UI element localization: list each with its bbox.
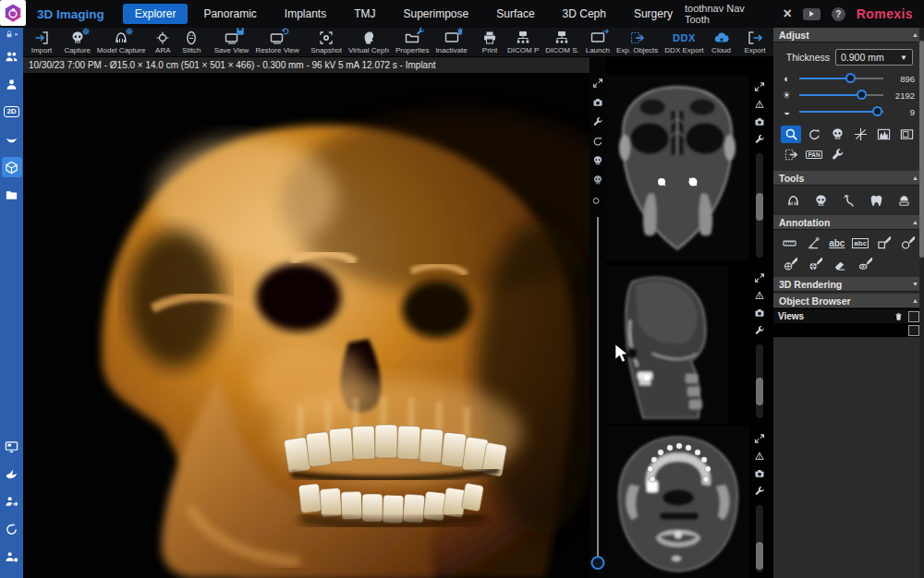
pyramid-icon[interactable]: [754, 99, 765, 110]
coronal-scrollbar[interactable]: [756, 153, 763, 258]
histogram-button[interactable]: [873, 126, 894, 143]
save-view-button[interactable]: Save View: [214, 30, 249, 54]
toggle-axes-button[interactable]: [850, 126, 870, 143]
settings-tool-button[interactable]: [827, 146, 847, 163]
close-session-icon[interactable]: ×: [784, 6, 792, 21]
wrench-icon[interactable]: [754, 134, 765, 145]
expand-view-icon[interactable]: [754, 272, 765, 283]
properties-button[interactable]: Properties: [395, 30, 429, 54]
measure-angle-tool[interactable]: [805, 235, 823, 251]
capture-button[interactable]: Capture: [64, 30, 90, 54]
pan-tool-button[interactable]: PAN: [804, 146, 824, 163]
snapshot-button[interactable]: Snapshot: [310, 30, 342, 54]
scrollbar-thumb[interactable]: [919, 41, 924, 258]
help-icon[interactable]: ?: [832, 7, 845, 21]
sidebar-item-user-transfer[interactable]: [2, 491, 22, 512]
export-button[interactable]: Export: [744, 30, 766, 54]
draw-sphere-tool[interactable]: [806, 256, 825, 272]
stitch-button[interactable]: Stitch: [180, 30, 202, 54]
tab-3d-ceph[interactable]: 3D Ceph: [551, 4, 618, 24]
tab-panoramic[interactable]: Panoramic: [191, 4, 268, 24]
scrollbar-thumb[interactable]: [756, 542, 763, 570]
sharpening-slider[interactable]: [799, 106, 883, 117]
rendering-section-header[interactable]: 3D Rendering ▼: [773, 277, 924, 292]
orbit-view-icon[interactable]: [592, 194, 603, 205]
sidebar-item-file-browser[interactable]: [2, 185, 22, 205]
nerve-tracing-tool[interactable]: [838, 191, 858, 210]
wrench-icon[interactable]: [754, 486, 765, 497]
contrast-slider[interactable]: [799, 73, 883, 84]
panel-scrollbar[interactable]: [919, 28, 924, 578]
rotate-view-icon[interactable]: [592, 136, 603, 147]
object-browser-header[interactable]: Object Browser ▲: [773, 294, 924, 308]
rotate-volume-button[interactable]: [804, 126, 824, 143]
tab-surface[interactable]: Surface: [484, 4, 546, 24]
tab-surgery[interactable]: Surgery: [622, 4, 685, 24]
text-annotation-tool[interactable]: abc: [828, 235, 846, 251]
tab-superimpose[interactable]: Superimpose: [391, 4, 480, 24]
adjust-section-header[interactable]: Adjust ▲: [773, 28, 924, 42]
sidebar-pin-control[interactable]: ▸: [5, 30, 18, 39]
dicom-print-button[interactable]: DICOM P: [507, 30, 539, 54]
eraser-tool[interactable]: [831, 256, 850, 272]
slider-handle[interactable]: [591, 556, 605, 570]
slider-handle[interactable]: [857, 90, 867, 100]
expand-view-icon[interactable]: [754, 81, 765, 92]
slider-handle[interactable]: [845, 73, 856, 83]
tab-tmj[interactable]: TMJ: [342, 4, 387, 24]
draw-ellipse-tool[interactable]: [856, 256, 875, 272]
zoom-tool-button[interactable]: [781, 126, 801, 143]
sagittal-scrollbar[interactable]: [756, 344, 763, 418]
print-button[interactable]: Print: [479, 30, 501, 54]
wrench-icon[interactable]: [592, 116, 603, 127]
implant-planning-tool[interactable]: [894, 191, 915, 210]
import-button[interactable]: Import: [30, 30, 53, 54]
sidebar-item-2d-module[interactable]: 2D: [2, 102, 22, 122]
ara-button[interactable]: ARA: [152, 30, 174, 54]
pyramid-icon[interactable]: [754, 290, 765, 301]
draw-circle-tool[interactable]: [899, 235, 918, 251]
skull-tool[interactable]: [810, 191, 831, 210]
label-annotation-tool[interactable]: abc: [852, 235, 870, 251]
annotation-section-header[interactable]: Annotation ▲: [773, 215, 924, 230]
coronal-slice-view[interactable]: [606, 76, 749, 260]
orient-volume-button[interactable]: [827, 126, 847, 143]
launch-button[interactable]: Launch: [586, 30, 610, 54]
pyramid-icon[interactable]: [754, 451, 765, 462]
thickness-select[interactable]: 0.900 mm ▼: [835, 49, 913, 66]
sidebar-item-3d-module[interactable]: [2, 157, 22, 177]
cloud-button[interactable]: Cloud: [711, 30, 733, 54]
sidebar-item-planmeca[interactable]: [2, 464, 22, 484]
expand-view-icon[interactable]: [754, 433, 765, 444]
sidebar-item-patient[interactable]: [2, 74, 22, 94]
romexis-logo[interactable]: [0, 0, 26, 26]
camera-icon[interactable]: [754, 116, 765, 127]
restore-view-button[interactable]: Restore View: [255, 30, 298, 54]
views-row[interactable]: Views: [773, 308, 924, 323]
dicom-storage-button[interactable]: DICOM S.: [545, 30, 578, 54]
draw-crosshair-tool[interactable]: [781, 256, 800, 272]
video-tutorial-icon[interactable]: [803, 8, 821, 20]
camera-icon[interactable]: [754, 468, 765, 479]
camera-icon[interactable]: [592, 97, 603, 108]
crop-frame-button[interactable]: [896, 126, 917, 143]
object-list-empty-row[interactable]: [773, 323, 924, 337]
volume-3d-view[interactable]: [23, 73, 590, 578]
tools-section-header[interactable]: Tools ▲: [773, 171, 924, 186]
sidebar-item-sync[interactable]: [2, 519, 22, 539]
export-region-button[interactable]: [781, 146, 801, 163]
tab-implants[interactable]: Implants: [273, 4, 338, 24]
measure-length-tool[interactable]: [781, 235, 799, 251]
scrollbar-thumb[interactable]: [756, 378, 763, 405]
slider-handle[interactable]: [872, 106, 882, 116]
skull-front-view-icon[interactable]: [592, 155, 603, 166]
camera-icon[interactable]: [754, 307, 765, 319]
trash-icon[interactable]: [894, 311, 904, 322]
sidebar-item-smile-design[interactable]: [2, 129, 22, 150]
axial-scrollbar[interactable]: [756, 505, 763, 572]
inactivate-button[interactable]: Inactivate: [435, 30, 467, 54]
panoramic-curve-tool[interactable]: [783, 191, 803, 210]
wrench-icon[interactable]: [754, 325, 765, 336]
object-checkbox[interactable]: [908, 325, 919, 336]
expand-view-icon[interactable]: [592, 78, 603, 89]
